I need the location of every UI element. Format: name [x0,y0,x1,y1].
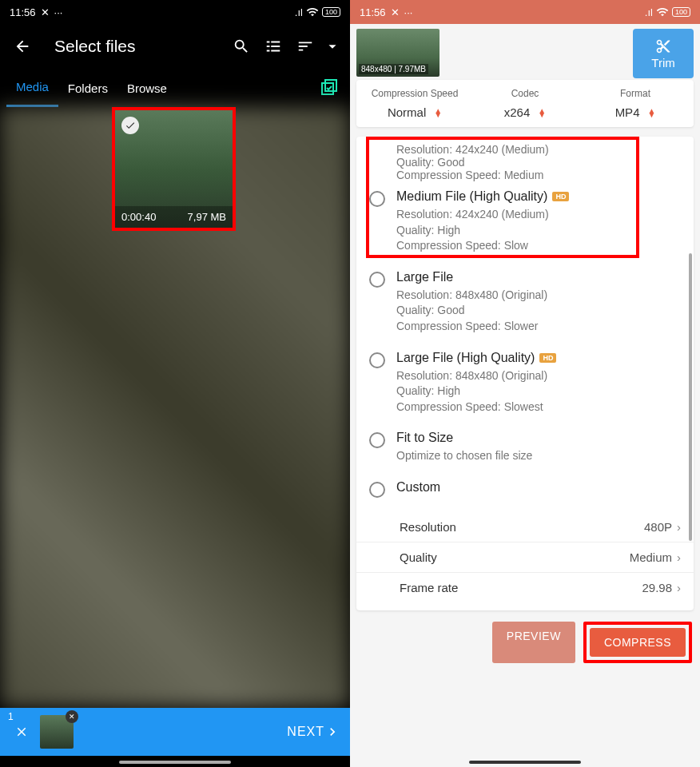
hd-badge: HD [552,192,569,201]
updown-icon: ▲▼ [538,109,546,117]
top-panel: 848x480 | 7.97MB Trim [350,24,700,80]
home-indicator [119,761,231,764]
option-partial-speed: Compression Speed: Medium [356,169,694,181]
scissors-icon [655,38,671,54]
hd-badge: HD [539,353,556,363]
compression-options: Resolution: 424x240 (Medium) Quality: Go… [356,137,694,610]
compress-button[interactable]: COMPRESS [590,628,686,657]
status-more: ··· [404,6,413,18]
updown-icon: ▲▼ [647,109,655,117]
highlight-box: COMPRESS [583,622,692,663]
option-large[interactable]: Large File Resolution: 848x480 (Original… [356,262,694,343]
dropdown-button[interactable] [321,30,344,62]
selection-bar: 1 NEXT [0,708,350,756]
check-icon [121,117,139,134]
sort-button[interactable] [289,30,321,62]
option-large-hq[interactable]: Large File (High Quality)HD Resolution: … [356,343,694,423]
option-desc: Resolution: 424x240 (Medium) Quality: Hi… [396,207,681,254]
tab-folders[interactable]: Folders [58,69,117,107]
custom-resolution[interactable]: Resolution 480P› [356,512,694,542]
status-icon: ✕ [391,6,400,18]
app-bar: Select files [0,24,350,69]
custom-quality[interactable]: Quality Medium› [356,542,694,573]
radio-icon[interactable] [369,482,385,498]
trim-button[interactable]: Trim [633,29,694,78]
tab-browse[interactable]: Browse [117,69,177,107]
status-icon: ✕ [41,6,50,18]
selection-count: 1 [8,711,14,722]
radio-icon[interactable] [369,191,385,207]
video-info-label: 848x480 | 7.97MB [359,64,428,74]
action-row: PREVIEW COMPRESS [350,610,700,674]
encode-settings: Compression Speed Normal▲▼ Codec x264▲▼ … [356,80,694,127]
signal-icon: .ıl [645,6,653,18]
signal-icon: .ıl [295,6,303,18]
select-all-button[interactable] [315,74,344,102]
file-picker-screen: 11:56 ✕ ··· .ıl 100 Select files Media F… [0,0,350,767]
compress-settings-screen: 11:56 ✕ ··· .ıl 100 848x480 | 7.97MB Tri… [350,0,700,767]
option-custom[interactable]: Custom [356,472,694,506]
updown-icon: ▲▼ [434,109,442,117]
radio-icon[interactable] [369,272,385,288]
tabs: Media Folders Browse [0,69,350,107]
radio-icon[interactable] [369,352,385,368]
chevron-right-icon: › [677,581,681,594]
status-time: 11:56 [10,6,36,18]
next-button[interactable]: NEXT [287,724,340,740]
chevron-right-icon: › [677,520,681,534]
back-button[interactable] [6,30,38,62]
video-duration: 0:00:40 [121,211,156,223]
search-button[interactable] [225,30,257,62]
status-time: 11:56 [360,6,386,18]
clear-selection-button[interactable] [10,720,34,744]
custom-framerate[interactable]: Frame rate 29.98› [356,573,694,602]
option-partial-quality: Quality: Good [356,156,694,169]
chevron-right-icon: › [677,550,681,564]
preview-button[interactable]: PREVIEW [492,622,575,663]
battery-icon: 100 [322,7,340,17]
selected-mini-thumb[interactable] [40,715,74,749]
thumbnail-grid[interactable]: 0:00:40 7,97 MB [0,107,350,708]
home-indicator [469,761,581,764]
status-more: ··· [54,6,63,18]
option-fit-to-size[interactable]: Fit to Size Optimize to chosen file size [356,423,694,472]
radio-icon[interactable] [369,432,385,448]
option-medium-hq[interactable]: Medium File (High Quality)HD Resolution:… [356,181,694,262]
setting-speed[interactable]: Compression Speed Normal▲▼ [360,88,470,119]
setting-format[interactable]: Format MP4▲▼ [580,88,690,119]
video-size: 7,97 MB [188,211,226,223]
tab-media[interactable]: Media [6,69,58,107]
status-bar: 11:56 ✕ ··· .ıl 100 [350,0,700,24]
option-desc: Resolution: 848x480 (Original) Quality: … [396,368,681,415]
wifi-icon [306,6,319,18]
option-partial-res: Resolution: 424x240 (Medium) [356,143,694,156]
option-desc: Resolution: 848x480 (Original) Quality: … [396,288,681,335]
page-title: Select files [54,37,225,56]
svg-rect-1 [325,80,336,91]
scrollbar[interactable] [689,253,692,541]
battery-icon: 100 [672,7,690,17]
wifi-icon [656,6,669,18]
setting-codec[interactable]: Codec x264▲▼ [470,88,580,119]
status-bar: 11:56 ✕ ··· .ıl 100 [0,0,350,24]
option-desc: Optimize to chosen file size [396,448,681,464]
video-preview-thumb[interactable]: 848x480 | 7.97MB [356,29,439,77]
list-view-button[interactable] [257,30,289,62]
selected-video-thumb[interactable]: 0:00:40 7,97 MB [112,107,236,231]
